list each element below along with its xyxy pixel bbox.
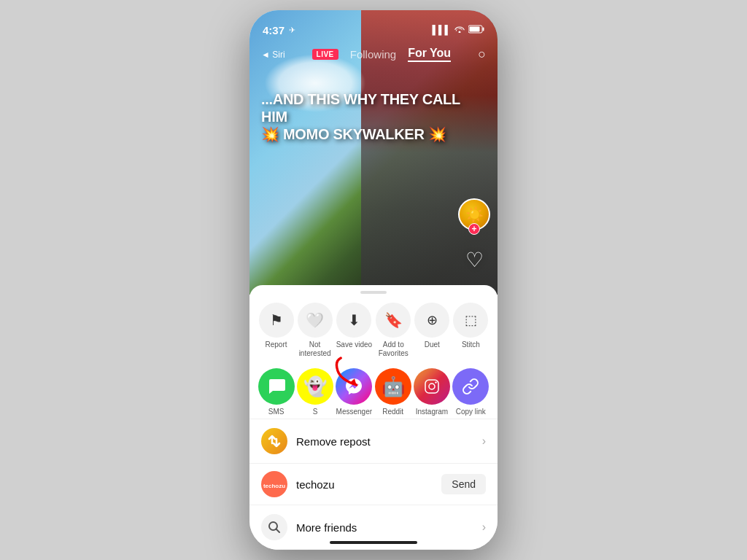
reddit-share[interactable]: 🤖 Reddit <box>375 368 411 416</box>
remove-repost-icon <box>261 428 287 454</box>
friend-avatar: techozu <box>261 471 287 497</box>
video-text-overlay: ...AND THIS WHY THEY CALL HIM 💥 MOMO SKY… <box>261 90 486 143</box>
not-interested-icon[interactable]: 🤍 <box>298 303 333 338</box>
add-favorites-label: Add toFavorites <box>379 341 409 358</box>
share-bottom-sheet: ⚑ Report 🤍 Notinterested ⬇ Save video 🔖 … <box>249 285 498 550</box>
sms-icon[interactable] <box>258 368 295 405</box>
snapchat-share[interactable]: 👻 S <box>297 368 333 416</box>
add-favorites-icon[interactable]: 🔖 <box>376 303 411 338</box>
status-left: 4:37 ✈ <box>263 24 295 36</box>
nav-for-you-tab[interactable]: For You <box>408 47 451 62</box>
friend-share-row: techozu techozu Send <box>249 463 498 505</box>
copy-link-icon[interactable] <box>452 368 489 405</box>
reddit-label: Reddit <box>382 408 403 416</box>
duet-label: Duet <box>425 341 440 349</box>
svg-point-5 <box>429 384 435 389</box>
snapchat-icon[interactable]: 👻 <box>297 368 333 405</box>
snapchat-label: S <box>313 408 318 416</box>
remove-repost-chevron-icon: › <box>482 435 486 448</box>
send-button[interactable]: Send <box>441 474 486 494</box>
save-video-action[interactable]: ⬇ Save video <box>336 303 372 358</box>
battery-icon <box>468 25 484 36</box>
svg-line-10 <box>276 529 280 533</box>
creator-avatar-container[interactable]: ☀️ + ♡ <box>458 198 490 273</box>
copy-link-label: Copy link <box>456 408 486 416</box>
home-indicator <box>330 541 417 544</box>
nav-tabs: LIVE Following For You <box>312 47 452 62</box>
status-bar: 4:37 ✈ ▌▌▌ <box>249 10 498 42</box>
messenger-share[interactable]: Messenger <box>336 368 372 416</box>
instagram-label: Instagram <box>416 408 448 416</box>
not-interested-label: Notinterested <box>299 341 331 358</box>
stitch-icon[interactable]: ⬚ <box>453 303 488 338</box>
share-apps-row: SMS 👻 S Messenger 🤖 Reddit <box>249 361 498 419</box>
save-video-icon[interactable]: ⬇ <box>336 303 371 338</box>
siri-back-label[interactable]: ◄ Siri <box>261 50 285 60</box>
add-favorites-action[interactable]: 🔖 Add toFavorites <box>376 303 411 358</box>
svg-rect-1 <box>483 27 484 31</box>
messenger-icon[interactable] <box>336 368 372 405</box>
report-action[interactable]: ⚑ Report <box>259 303 294 358</box>
location-arrow-icon: ✈ <box>289 26 295 35</box>
top-nav: ◄ Siri LIVE Following For You ○ <box>249 42 498 66</box>
copy-link-share[interactable]: Copy link <box>452 368 489 416</box>
video-title-line1: ...AND THIS WHY THEY CALL HIM <box>261 91 460 125</box>
live-badge[interactable]: LIVE <box>312 49 338 60</box>
like-button[interactable]: ♡ <box>461 246 487 273</box>
phone-frame: 4:37 ✈ ▌▌▌ <box>249 10 498 550</box>
creator-avatar[interactable]: ☀️ + <box>458 198 490 230</box>
sheet-drag-handle <box>360 291 387 294</box>
video-section[interactable]: 4:37 ✈ ▌▌▌ <box>249 10 498 295</box>
share-apps-section: SMS 👻 S Messenger 🤖 Reddit <box>249 361 498 419</box>
svg-rect-2 <box>470 26 480 31</box>
status-right: ▌▌▌ <box>432 25 484 36</box>
remove-repost-row[interactable]: Remove repost › <box>249 419 498 463</box>
instagram-share[interactable]: Instagram <box>414 368 450 416</box>
more-friends-chevron-icon: › <box>482 521 486 534</box>
duet-action[interactable]: ⊕ Duet <box>414 303 449 358</box>
wifi-icon <box>454 25 465 35</box>
follow-plus-button[interactable]: + <box>468 223 480 235</box>
sms-label: SMS <box>268 408 285 416</box>
friend-name: techozu <box>296 478 433 491</box>
report-icon[interactable]: ⚑ <box>259 303 294 338</box>
report-label: Report <box>266 341 287 349</box>
time-display: 4:37 <box>263 24 285 36</box>
video-title: ...AND THIS WHY THEY CALL HIM 💥 MOMO SKY… <box>261 90 486 143</box>
svg-text:techozu: techozu <box>263 483 285 489</box>
remove-repost-label: Remove repost <box>296 435 473 448</box>
more-friends-label: More friends <box>296 521 473 534</box>
video-title-line2: 💥 MOMO SKYWALKER 💥 <box>261 126 446 142</box>
messenger-label: Messenger <box>336 408 372 416</box>
stitch-label: Stitch <box>462 341 480 349</box>
stitch-action[interactable]: ⬚ Stitch <box>453 303 488 358</box>
nav-following-tab[interactable]: Following <box>350 48 396 61</box>
save-video-label: Save video <box>336 341 372 349</box>
instagram-icon[interactable] <box>414 368 450 405</box>
not-interested-action[interactable]: 🤍 Notinterested <box>298 303 333 358</box>
duet-icon[interactable]: ⊕ <box>414 303 449 338</box>
signal-icon: ▌▌▌ <box>432 25 451 35</box>
search-icon[interactable]: ○ <box>478 47 486 62</box>
more-friends-search-icon <box>261 514 287 540</box>
svg-point-6 <box>435 381 436 383</box>
reddit-icon[interactable]: 🤖 <box>375 368 411 405</box>
action-icons-row: ⚑ Report 🤍 Notinterested ⬇ Save video 🔖 … <box>249 303 498 361</box>
sms-share[interactable]: SMS <box>258 368 295 416</box>
